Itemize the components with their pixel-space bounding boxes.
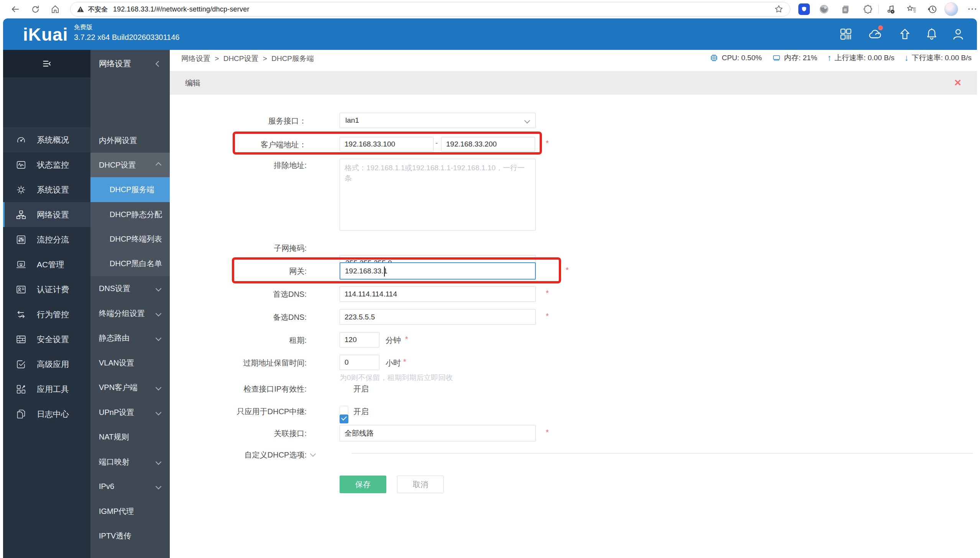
warning-icon [77,5,84,13]
save-button[interactable]: 保存 [340,476,386,493]
expire-hold-input[interactable] [340,355,379,370]
sidebar-item-network-settings[interactable]: 网络设置 [3,202,90,227]
service-interface-select[interactable]: lan1 [340,113,536,128]
submenu-item-label: DHCP服务端 [110,184,154,195]
cloud-icon[interactable] [867,27,882,41]
browser-profile-avatar[interactable] [944,2,958,16]
submenu-item-label: DHCP黑白名单 [110,258,162,269]
expire-hold-label: 过期地址保留时间: [192,358,307,368]
address-bar[interactable]: 不安全 192.168.33.1/#/network-setting/dhcp-… [70,2,790,16]
breadcrumb-separator: > [263,54,267,63]
download-status: ↓ 下行速率: 0.00 B/s [904,53,972,63]
submenu-item-upnp[interactable]: UPnP设置 [90,400,170,425]
home-up-icon[interactable] [898,27,912,41]
submenu-item-static-route[interactable]: 静态路由 [90,326,170,350]
submenu-item-dhcp-settings[interactable]: DHCP设置 [90,153,170,177]
submenu-item-iptv[interactable]: IPTV透传 [90,523,170,548]
submenu-item-ipv6[interactable]: IPv6 [90,474,170,499]
sidebar-collapse-toggle[interactable] [3,50,90,77]
collapse-left-icon[interactable] [156,61,162,67]
extension-shield-icon[interactable] [798,3,810,15]
primary-dns-label: 首选DNS: [192,289,307,300]
submenu-item-vlan[interactable]: VLAN设置 [90,351,170,375]
service-interface-label: 服务接口： [192,116,307,126]
lease-input[interactable] [340,332,379,347]
sidebar-item-auth-billing[interactable]: 认证计费 [3,277,90,302]
submenu-item-label: UPnP设置 [99,407,134,418]
user-icon[interactable] [951,27,965,41]
main-content: 网络设置 > DHCP设置 > DHCP服务端 CPU: 0.50% 内存: 2… [170,50,977,558]
favorites-list-icon[interactable] [905,3,918,15]
sidebar-item-system-overview[interactable]: 系统概况 [3,127,90,152]
apps-grid-icon[interactable] [839,27,853,41]
sidebar-item-label: 安全设置 [37,334,69,345]
submenu-item-label: IPTV透传 [99,531,131,541]
submenu-item-dhcp-blackwhite[interactable]: DHCP黑白名单 [90,251,170,276]
secondary-dns-input[interactable] [340,309,536,325]
submenu-item-dhcp-client-list[interactable]: DHCP终端列表 [90,227,170,251]
sidebar-item-ac-management[interactable]: AC管理 [3,252,90,277]
submenu-item-label: VLAN设置 [99,358,134,368]
sidebar-item-label: 日志中心 [37,409,69,420]
upload-value: 上行速率: 0.00 B/s [834,53,894,63]
exclude-address-textarea[interactable]: 格式：192.168.1.1或192.168.1.1-192.168.1.10，… [340,159,536,230]
refresh-icon[interactable] [29,3,41,15]
sidebar-item-label: 状态监控 [37,160,69,170]
chevron-down-icon [524,117,530,123]
dhcp-relay-option: 开启 [353,407,369,417]
extension-globe-icon[interactable] [818,3,830,15]
dhcp-relay-checkbox-unchecked[interactable] [340,406,348,415]
expire-hold-hint: 为0则不保留，租期到期后立即回收 [340,373,453,383]
close-icon[interactable]: ✕ [954,77,962,88]
extensions-puzzle-icon[interactable] [862,3,874,15]
bell-icon[interactable] [924,27,939,41]
linked-interface-input[interactable] [340,425,536,441]
page: 不安全 192.168.33.1/#/network-setting/dhcp-… [0,0,980,558]
url-text[interactable]: 192.168.33.1/#/network-setting/dhcp-serv… [113,5,250,13]
cancel-button[interactable]: 取消 [397,476,444,493]
chevron-down-icon [156,310,162,316]
exclude-address-placeholder: 格式：192.168.1.1或192.168.1.1-192.168.1.10，… [345,164,525,182]
custom-dhcp-expand-icon[interactable] [310,451,316,457]
history-icon[interactable] [926,3,938,15]
browser-menu-icon[interactable]: ⋯ [967,2,977,15]
home-icon[interactable] [49,3,61,15]
sidebar-item-log-center[interactable]: 日志中心 [3,402,90,426]
sidebar-item-app-tools[interactable]: 应用工具 [3,377,90,402]
primary-dns-input[interactable] [340,286,536,302]
sidebar-item-flow-control[interactable]: 流控分流 [3,227,90,252]
check-ip-checkbox-checked[interactable] [340,415,348,423]
submenu-item-vpn-client[interactable]: VPN客户端 [90,375,170,400]
sidebar-item-label: 流控分流 [37,234,69,245]
sidebar-item-status-monitor[interactable]: 状态监控 [3,152,90,177]
sidebar-item-security-settings[interactable]: 安全设置 [3,327,90,352]
expire-hold-unit: 小时 [386,358,401,368]
client-address-start-input[interactable] [340,137,433,151]
sidebar-item-advanced-apps[interactable]: 高级应用 [3,352,90,377]
submenu-item-terminal-group[interactable]: 终端分组设置 [90,301,170,326]
sidebar-item-system-settings[interactable]: 系统设置 [3,177,90,202]
submenu-item-igmp-proxy[interactable]: IGMP代理 [90,499,170,523]
wifi-device-icon [15,259,27,270]
submenu-item-dhcp-server[interactable]: DHCP服务端 [90,177,170,202]
breadcrumb-network[interactable]: 网络设置 [181,54,210,63]
cpu-icon [709,53,719,63]
back-icon[interactable] [9,3,21,15]
music-extension-icon[interactable] [885,3,897,15]
down-arrow-icon: ↓ [904,53,909,63]
sidebar-item-behavior-control[interactable]: 行为管控 [3,302,90,327]
submenu-item-dns[interactable]: DNS设置 [90,276,170,301]
gateway-input[interactable] [340,262,536,280]
submenu-item-wan-lan[interactable]: 内外网设置 [90,128,170,153]
tools-grid-icon [15,384,27,395]
extension-pages-icon[interactable] [839,3,852,15]
client-address-end-input[interactable] [441,137,535,151]
submenu-item-port-mapping[interactable]: 端口映射 [90,449,170,474]
chevron-down-icon [156,384,162,390]
required-asterisk: * [546,289,549,298]
submenu-item-nat-rules[interactable]: NAT规则 [90,425,170,449]
submenu-item-dhcp-static[interactable]: DHCP静态分配 [90,202,170,227]
browser-toolbar: 不安全 192.168.33.1/#/network-setting/dhcp-… [0,0,980,18]
bookmark-star-icon[interactable] [774,4,784,14]
breadcrumb-dhcp[interactable]: DHCP设置 [223,54,259,63]
